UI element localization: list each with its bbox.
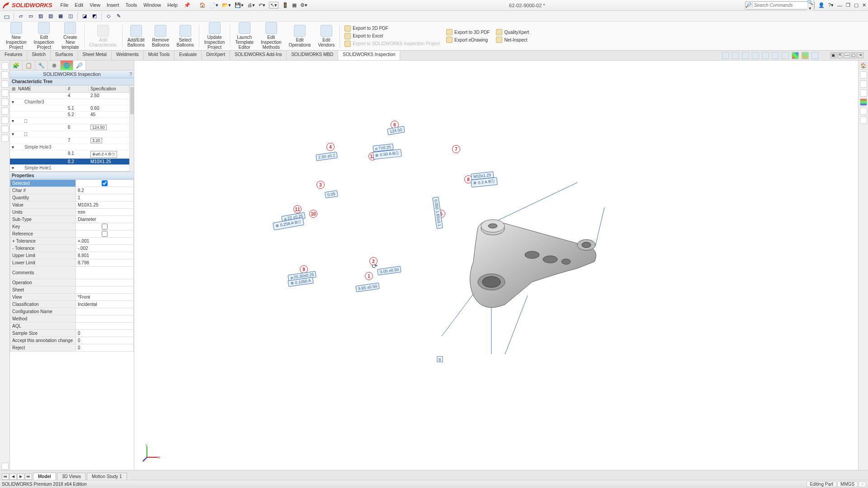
rightrail-icon[interactable]: 🏠 bbox=[860, 62, 867, 70]
property-value[interactable]: 0 bbox=[76, 337, 134, 344]
menu-view[interactable]: View bbox=[90, 2, 100, 8]
property-value[interactable]: 1 bbox=[76, 194, 134, 202]
menu-window[interactable]: Window bbox=[143, 2, 161, 8]
rightrail-icon[interactable] bbox=[860, 89, 867, 97]
col-spec[interactable]: Specification bbox=[89, 85, 129, 92]
qtool-4[interactable]: ▨ bbox=[37, 12, 45, 20]
leftrail-icon[interactable] bbox=[1, 108, 9, 115]
property-value[interactable] bbox=[76, 308, 134, 315]
feature-tab[interactable]: Evaluate bbox=[175, 51, 202, 60]
property-value[interactable] bbox=[76, 180, 134, 187]
ribbon-button[interactable]: NewInspectionProject bbox=[3, 21, 30, 51]
balloon[interactable]: 1 bbox=[365, 272, 373, 280]
tree-row[interactable]: 5.1 0.60 bbox=[10, 105, 129, 112]
qtool-3[interactable]: ▭ bbox=[27, 12, 35, 20]
ribbon-button[interactable]: EditInspectionProject bbox=[31, 21, 58, 51]
panel-tab[interactable]: ⊕ bbox=[48, 61, 61, 70]
qtool-6[interactable]: ▦ bbox=[57, 12, 65, 20]
feature-tab[interactable]: Features bbox=[0, 51, 27, 60]
hide-show-icon[interactable] bbox=[782, 52, 789, 59]
property-value[interactable] bbox=[76, 323, 134, 330]
property-value[interactable]: Diameter bbox=[76, 216, 134, 223]
new-doc-icon[interactable]: 📄▾ bbox=[209, 2, 218, 8]
property-checkbox[interactable] bbox=[102, 180, 108, 186]
options-icon[interactable]: ▦ bbox=[292, 2, 297, 8]
orient-icon[interactable] bbox=[762, 52, 769, 59]
menu-tools[interactable]: Tools bbox=[125, 2, 137, 8]
leftrail-icon[interactable] bbox=[1, 71, 9, 79]
property-value[interactable]: mm bbox=[76, 209, 134, 216]
property-value[interactable]: -.002 bbox=[76, 245, 134, 252]
leftrail-icon[interactable] bbox=[1, 62, 9, 70]
tree-row[interactable]: 6 124.50 bbox=[10, 124, 129, 131]
ribbon-button[interactable]: Add/EditBalloons bbox=[124, 23, 148, 49]
ribbon-link[interactable]: Export to 2D PDF bbox=[344, 25, 440, 32]
rightrail-icon[interactable] bbox=[860, 80, 867, 88]
balloon[interactable]: 10 bbox=[309, 210, 317, 218]
help-icon[interactable]: ? bbox=[129, 71, 132, 77]
rightrail-icon[interactable] bbox=[860, 108, 867, 115]
property-checkbox[interactable] bbox=[102, 224, 108, 230]
close-icon[interactable]: ✕ bbox=[862, 2, 866, 8]
property-value[interactable]: *Front bbox=[76, 294, 134, 301]
panel-tab[interactable]: 🌐 bbox=[61, 61, 73, 70]
tab-motion[interactable]: Motion Study 1 bbox=[87, 473, 127, 480]
feature-tab[interactable]: DimXpert bbox=[202, 51, 230, 60]
settings-icon[interactable]: ⚙▾ bbox=[300, 2, 307, 8]
leftrail-icon[interactable] bbox=[1, 89, 9, 97]
minimize-icon[interactable]: — bbox=[837, 3, 842, 8]
tree-row[interactable]: ▾ Chamfer3 bbox=[10, 99, 129, 105]
qtool-11[interactable]: ✎ bbox=[114, 12, 123, 20]
property-value[interactable]: 8.798 bbox=[76, 259, 134, 267]
property-value[interactable] bbox=[76, 315, 134, 323]
restore-icon[interactable]: ❐ bbox=[846, 2, 850, 8]
status-more[interactable]: · bbox=[859, 481, 866, 487]
ribbon-link[interactable]: Export eDrawing bbox=[446, 37, 490, 43]
qtool-2[interactable]: ▱ bbox=[17, 12, 25, 20]
viewport-link-icon[interactable]: ⇱ bbox=[837, 52, 843, 58]
property-value[interactable] bbox=[76, 286, 134, 294]
viewport[interactable]: B ⟳ 123456789101112124.502.50 ±0.2⌀ 7±0.… bbox=[134, 61, 858, 470]
property-checkbox[interactable] bbox=[102, 231, 108, 237]
property-value[interactable]: Incidental bbox=[76, 301, 134, 308]
viewport-single-icon[interactable]: ▣ bbox=[830, 52, 836, 58]
feature-tab[interactable]: Surfaces bbox=[51, 51, 78, 60]
tab-nav[interactable]: ⏮◀▶⏭ bbox=[2, 474, 32, 480]
ribbon-button[interactable]: EditOperations bbox=[286, 23, 314, 49]
tree-row[interactable]: ▾ Simple Hole3 bbox=[10, 144, 129, 150]
panel-tab-inspection[interactable]: 🔎 bbox=[73, 61, 86, 70]
balloon[interactable]: 4 bbox=[326, 143, 335, 151]
tab-model[interactable]: Model bbox=[33, 473, 56, 480]
ribbon-link[interactable]: Net-Inspect bbox=[496, 37, 529, 43]
leftrail-icon[interactable] bbox=[1, 99, 9, 106]
ribbon-button[interactable]: LaunchTemplateEditor bbox=[232, 21, 257, 51]
ribbon-button[interactable]: EditVendors bbox=[315, 23, 338, 49]
col-name[interactable]: NAME bbox=[16, 85, 66, 92]
ribbon-button[interactable]: CreateNewtemplate bbox=[58, 21, 82, 51]
viewport-min-icon[interactable]: — bbox=[844, 52, 850, 58]
rebuild-icon[interactable]: 🚦 bbox=[282, 2, 288, 8]
feature-tab[interactable]: Sketch bbox=[27, 51, 51, 60]
property-value[interactable] bbox=[76, 230, 134, 238]
qtool-1[interactable] bbox=[3, 12, 11, 20]
viewport-close-icon[interactable]: ✕ bbox=[858, 52, 863, 58]
rightrail-icon[interactable] bbox=[860, 99, 867, 106]
leftrail-icon[interactable] bbox=[1, 135, 9, 142]
balloon[interactable]: 7 bbox=[452, 145, 460, 153]
undo-icon[interactable]: ↶▾ bbox=[259, 2, 265, 8]
panel-tab[interactable]: 📋 bbox=[23, 61, 35, 70]
scrollbar[interactable] bbox=[129, 85, 134, 172]
property-value[interactable]: 0 bbox=[76, 344, 134, 352]
feature-tab[interactable]: SOLIDWORKS Inspection bbox=[338, 51, 400, 60]
feature-tab[interactable]: Mold Tools bbox=[144, 51, 175, 60]
property-value[interactable] bbox=[76, 279, 134, 286]
qtool-5[interactable]: ▧ bbox=[47, 12, 55, 20]
ribbon-link[interactable]: QualityXpert bbox=[496, 29, 529, 35]
characteristic-tree[interactable]: ⊞ NAME # Specification 4 2.50 ▾ Chamfer3… bbox=[10, 85, 129, 172]
appearance-icon[interactable] bbox=[792, 52, 799, 59]
qtool-10[interactable]: ◇ bbox=[104, 12, 113, 20]
search-input[interactable] bbox=[753, 3, 807, 8]
menu-file[interactable]: File bbox=[61, 2, 69, 8]
rightrail-icon[interactable] bbox=[860, 117, 867, 124]
tree-row[interactable]: 8.2 M10X1.25 bbox=[10, 159, 129, 165]
